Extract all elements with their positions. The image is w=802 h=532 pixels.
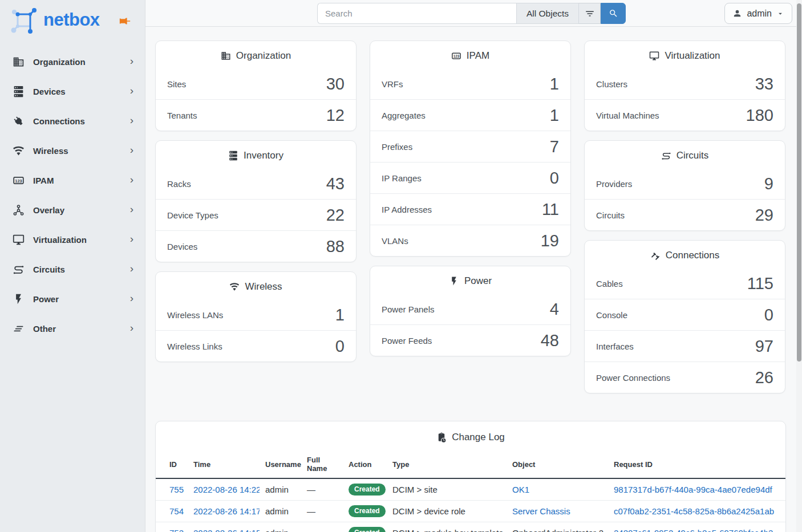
stat-value-power-connections[interactable]: 26 — [755, 367, 773, 388]
logo-wordmark[interactable]: netbox — [43, 10, 100, 30]
sidebar-item-label: Organization — [33, 57, 86, 67]
stat-label: Aggregates — [382, 111, 426, 120]
stat-label: Providers — [596, 179, 632, 189]
svg-text:123: 123 — [15, 178, 22, 183]
changelog-id-link-cell: 755 — [156, 478, 188, 501]
scrollbar-thumb[interactable] — [797, 3, 801, 362]
chevron-right-icon: › — [130, 263, 133, 275]
sidebar-item-virtualization[interactable]: Virtualization› — [0, 225, 145, 254]
stat-value-ip-ranges[interactable]: 0 — [550, 167, 559, 189]
changelog-username-cell: admin — [260, 478, 301, 501]
inventory-card: InventoryRacks43Device Types22Devices88 — [155, 140, 357, 262]
search-submit-button[interactable] — [601, 3, 626, 24]
stat-row-power-panels: Power Panels4 — [370, 294, 570, 324]
stat-value-clusters[interactable]: 33 — [755, 73, 773, 95]
sidebar-item-overlay[interactable]: Overlay› — [0, 195, 145, 225]
changelog-time-link-cell: 2022-08-26 14:22 — [188, 478, 260, 501]
sidebar-item-devices[interactable]: Devices› — [0, 76, 145, 106]
stat-row-clusters: Clusters33 — [585, 68, 785, 99]
action-badge: Created — [349, 484, 386, 496]
action-badge: Created — [349, 527, 386, 532]
changelog-id-link[interactable]: 754 — [169, 506, 184, 516]
stat-row-console: Console0 — [585, 299, 785, 330]
stat-row-cables: Cables115 — [585, 268, 785, 299]
sidebar-item-label: Power — [33, 294, 59, 304]
stat-value-power-panels[interactable]: 4 — [550, 298, 559, 320]
stat-value-cables[interactable]: 115 — [747, 273, 773, 294]
stat-label: Circuits — [596, 210, 625, 220]
changelog-request-id-link[interactable]: 24807c61-9952-49c6-b8a5-69760bfcc4b3 — [614, 528, 773, 532]
stat-row-power-feeds: Power Feeds48 — [370, 324, 570, 356]
stat-row-vrfs: VRFs1 — [370, 68, 570, 99]
chevron-right-icon: › — [130, 55, 133, 68]
sidebar-item-circuits[interactable]: Circuits› — [0, 254, 145, 284]
changelog-time-link[interactable]: 2022-08-26 14:22 — [193, 485, 260, 494]
stat-label: Tenants — [167, 111, 197, 120]
changelog-header: Change Log — [156, 421, 785, 450]
changelog-type-cell: DCIM > module bay template — [387, 522, 507, 532]
stat-value-prefixes[interactable]: 7 — [550, 136, 559, 157]
changelog-full-name-cell: — — [301, 501, 343, 522]
sidebar-item-label: Circuits — [33, 265, 65, 274]
connections-card: ConnectionsCables115Console0Interfaces97… — [584, 240, 785, 393]
stat-value-device-types[interactable]: 22 — [326, 204, 345, 226]
card-column: VirtualizationClusters33Virtual Machines… — [584, 40, 785, 403]
stat-value-power-feeds[interactable]: 48 — [541, 330, 559, 351]
stat-label: Devices — [167, 242, 197, 251]
object-type-select[interactable]: All Objects — [516, 3, 579, 24]
changelog-row-753: 7532022-08-26 14:15admin—CreatedDCIM > m… — [156, 522, 785, 532]
stat-label: VLANs — [382, 236, 408, 246]
changelog-time-link[interactable]: 2022-08-26 14:15 — [193, 528, 260, 532]
card-title-text: Wireless — [245, 281, 282, 293]
changelog-object-link[interactable]: OK1 — [512, 485, 529, 494]
user-menu-button[interactable]: admin — [724, 3, 792, 24]
stat-value-virtual-machines[interactable]: 180 — [746, 104, 773, 126]
stat-value-racks[interactable]: 43 — [326, 173, 345, 194]
changelog-id-link[interactable]: 753 — [169, 528, 184, 532]
stat-value-interfaces[interactable]: 97 — [755, 335, 773, 357]
search-input[interactable] — [317, 3, 516, 24]
stat-value-devices[interactable]: 88 — [326, 235, 345, 257]
stat-label: Cables — [596, 279, 623, 289]
changelog-action-cell: Created — [343, 501, 387, 522]
stat-value-wireless-lans[interactable]: 1 — [335, 304, 345, 326]
stat-label: Racks — [167, 179, 191, 189]
stat-value-sites[interactable]: 30 — [326, 73, 345, 95]
stat-value-ip-addresses[interactable]: 11 — [542, 198, 559, 220]
sidebar-item-connections[interactable]: Connections› — [0, 106, 145, 136]
stat-value-vlans[interactable]: 19 — [541, 230, 559, 251]
netbox-logo-icon[interactable] — [9, 6, 39, 34]
caret-down-icon — [776, 10, 784, 18]
stat-value-providers[interactable]: 9 — [764, 173, 773, 194]
changelog-object-link[interactable]: Server Chassis — [512, 506, 570, 516]
sidebar-item-organization[interactable]: Organization› — [0, 47, 145, 76]
topbar: All Objects admin — [145, 0, 802, 27]
stat-row-circuits: Circuits29 — [585, 199, 785, 230]
changelog-username: admin — [265, 528, 289, 532]
changelog-username-cell: admin — [260, 501, 301, 522]
changelog-request-id-link-cell: 9817317d-b67f-440a-99ca-4ae07ede94df — [608, 478, 785, 501]
pin-sidebar-button[interactable] — [119, 15, 131, 27]
sidebar-item-power[interactable]: Power› — [0, 284, 145, 314]
changelog-time-link[interactable]: 2022-08-26 14:17 — [193, 506, 260, 516]
sidebar-item-wireless[interactable]: Wireless› — [0, 136, 145, 165]
stat-value-tenants[interactable]: 12 — [326, 104, 345, 126]
stat-row-power-connections: Power Connections26 — [585, 362, 785, 393]
changelog-request-id-link[interactable]: 9817317d-b67f-440a-99ca-4ae07ede94df — [614, 485, 772, 494]
stat-value-circuits[interactable]: 29 — [755, 204, 773, 226]
sidebar-item-other[interactable]: Other› — [0, 314, 145, 343]
stat-value-aggregates[interactable]: 1 — [550, 104, 559, 126]
stat-value-wireless-links[interactable]: 0 — [335, 335, 345, 357]
stat-value-vrfs[interactable]: 1 — [550, 73, 559, 95]
plug-icon — [13, 115, 25, 127]
stat-value-console[interactable]: 0 — [764, 304, 773, 326]
clipboard-clock-icon — [436, 432, 447, 442]
changelog-type-cell: DCIM > device role — [387, 501, 507, 522]
changelog-id-link[interactable]: 755 — [169, 485, 184, 494]
changelog-request-id-link[interactable]: c07f0ab2-2351-4c58-825a-8b6a2425a1ab — [614, 506, 774, 516]
sidebar-item-ipam[interactable]: 123IPAM› — [0, 165, 145, 195]
filter-button[interactable] — [579, 3, 601, 24]
sidebar-item-label: Connections — [33, 116, 85, 126]
sidebar-item-label: Overlay — [33, 205, 64, 215]
virtualization-card: VirtualizationClusters33Virtual Machines… — [584, 40, 785, 131]
